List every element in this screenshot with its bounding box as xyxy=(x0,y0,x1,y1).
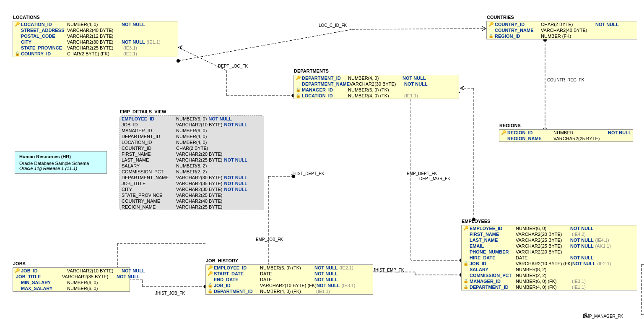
erd-diagram: LOC_C_ID_FK DEPT_LOC_FK COUNTR_REG_FK JH… xyxy=(0,0,644,319)
table-row: MIN_SALARY NUMBER(6, 0) xyxy=(13,280,130,285)
fk-label-dept-loc: DEPT_LOC_FK xyxy=(218,64,248,68)
table-row: 🔒 JOB_ID VARCHAR2(10 BYTE) (FK) NOT NULL… xyxy=(206,282,373,288)
lock-icon: 🔒 xyxy=(463,261,468,266)
table-row: 🔒 MANAGER_ID NUMBER(6, 0) (FK) xyxy=(294,87,459,93)
table-row: 🔑 DEPARTMENT_ID NUMBER(4, 0) NOT NULL xyxy=(294,75,459,81)
svg-line-0 xyxy=(178,29,352,61)
table-jobs-title: JOBS xyxy=(13,261,26,266)
fk-label-emp-manager: EMP_MANAGER_FK xyxy=(583,314,623,319)
svg-marker-3 xyxy=(482,26,486,31)
view-row: CITY VARCHAR2(30 BYTE) NOT NULL xyxy=(120,186,264,192)
table-row: 🔒 JOB_ID VARCHAR2(10 BYTE) (FK) NOT NULL… xyxy=(462,261,637,267)
table-row: 🔑 JOB_ID VARCHAR2(10 BYTE) NOT NULL xyxy=(13,268,130,274)
view-row: STATE_PROVINCE VARCHAR2(25 BYTE) xyxy=(120,192,264,198)
view-row: COUNTRY_ID CHAR(2 BYTE) xyxy=(120,145,264,151)
lock-icon: 🔒 xyxy=(208,283,213,288)
info-box: Human Resources (HR) Oracle Database Sam… xyxy=(15,151,107,174)
fk-label-dept-mgr: DEPT_MGR_FK xyxy=(419,176,450,181)
table-row: LAST_NAME VARCHAR2(25 BYTE) NOT NULL (IE… xyxy=(462,237,637,243)
table-row: 🔑 COUNTRY_ID CHAR(2 BYTE) NOT NULL xyxy=(487,21,637,27)
lock-icon: 🔒 xyxy=(296,93,301,98)
key-icon: 🔑 xyxy=(208,265,213,270)
table-countries: COUNTRIES 🔑 COUNTRY_ID CHAR(2 BYTE) NOT … xyxy=(486,21,637,39)
lock-icon: 🔒 xyxy=(208,289,213,294)
table-locations-title: LOCATIONS xyxy=(13,15,40,20)
table-row: JOB_TITLE VARCHAR2(35 BYTE) NOT NULL xyxy=(13,274,130,280)
table-row: 🔒 LOCATION_ID NUMBER(4, 0) (FK) (IE1.1) xyxy=(294,93,459,99)
table-employees-title: EMPLOYEES xyxy=(462,219,490,224)
table-locations: LOCATIONS 🔑 LOCATION_ID NUMBER(4, 0) NOT… xyxy=(13,21,178,57)
table-regions-title: REGIONS xyxy=(499,123,521,128)
key-icon: 🔑 xyxy=(15,22,20,27)
table-row: 🔑 START_DATE DATE NOT NULL xyxy=(206,271,373,277)
lock-icon: 🔒 xyxy=(15,51,20,56)
lock-icon: 🔒 xyxy=(463,279,468,284)
table-row: 🔑 REGION_ID NUMBER NOT NULL xyxy=(499,130,633,136)
key-icon: 🔑 xyxy=(296,76,301,81)
view-emp-details: EMP_DETAILS_VIEW EMPLOYEE_ID NUMBER(6, 0… xyxy=(119,115,264,210)
view-row: EMPLOYEE_ID NUMBER(6, 0) NOT NULL xyxy=(120,116,264,122)
view-row: COUNTRY_NAME VARCHAR2(40 BYTE) xyxy=(120,198,264,204)
key-icon: 🔑 xyxy=(463,226,468,231)
table-jobs: JOBS 🔑 JOB_ID VARCHAR2(10 BYTE) NOT NULL… xyxy=(13,267,130,292)
table-row: 🔒 MANAGER_ID NUMBER(6, 0) (FK) (IE3.1) xyxy=(462,278,637,284)
table-regions: REGIONS 🔑 REGION_ID NUMBER NOT NULL REGI… xyxy=(499,129,633,142)
table-row: STATE_PROVINCE VARCHAR2(25 BYTE) (IE3.1) xyxy=(13,45,178,51)
view-emp-details-title: EMP_DETAILS_VIEW xyxy=(120,109,166,114)
table-row: END_DATE DATE NOT NULL xyxy=(206,277,373,282)
view-row: JOB_ID VARCHAR2(10 BYTE) NOT NULL xyxy=(120,122,264,128)
table-row: COUNTRY_NAME VARCHAR2(40 BYTE) xyxy=(487,27,637,33)
view-row: MANAGER_ID NUMBER(6, 0) xyxy=(120,128,264,133)
view-row: SALARY NUMBER(8, 2) xyxy=(120,163,264,169)
table-row: 🔑 EMPLOYEE_ID NUMBER(6, 0) NOT NULL xyxy=(462,225,637,231)
table-row: STREET_ADDRESS VARCHAR2(40 BYTE) xyxy=(13,27,178,33)
lock-icon: 🔒 xyxy=(463,285,468,290)
key-icon: 🔑 xyxy=(501,130,506,135)
lock-icon: 🔒 xyxy=(488,34,493,39)
info-line2: Oracle 11g Release 1 (11.1) xyxy=(19,166,102,171)
view-row: COMMISSION_PCT NUMBER(2, 2) xyxy=(120,169,264,175)
table-departments-title: DEPARTMENTS xyxy=(294,68,329,73)
view-row: DEPARTMENT_ID NUMBER(4, 0) xyxy=(120,133,264,139)
lock-icon: 🔒 xyxy=(296,87,301,92)
svg-line-1 xyxy=(352,29,486,29)
table-row: 🔒 COUNTRY_ID CHAR(2 BYTE) (FK) (IE2.1) xyxy=(13,51,178,57)
table-row: 🔑 EMPLOYEE_ID NUMBER(6, 0) (FK) NOT NULL… xyxy=(206,265,373,271)
table-row: 🔒 DEPARTMENT_ID NUMBER(4, 0) (FK) (IE1.1… xyxy=(206,288,373,294)
fk-label-emp-job: EMP_JOB_FK xyxy=(256,237,283,242)
view-row: JOB_TITLE VARCHAR2(35 BYTE) NOT NULL xyxy=(120,180,264,186)
fk-label-emp-dept: EMP_DEPT_FK xyxy=(407,171,437,176)
table-row: EMAIL VARCHAR2(25 BYTE) NOT NULL (AK1.1) xyxy=(462,243,637,249)
view-row: REGION_NAME VARCHAR2(25 BYTE) xyxy=(120,204,264,210)
table-row: DEPARTMENT_NAME VARCHAR2(30 BYTE) NOT NU… xyxy=(294,81,459,87)
table-row: HIRE_DATE DATE NOT NULL xyxy=(462,255,637,261)
table-row: CITY VARCHAR2(30 BYTE) NOT NULL (IE1.1) xyxy=(13,39,178,45)
fk-label-jhist-job: JHIST_JOB_FK xyxy=(155,291,185,295)
table-employees: EMPLOYEES 🔑 EMPLOYEE_ID NUMBER(6, 0) NOT… xyxy=(461,225,637,290)
key-icon: 🔑 xyxy=(15,268,20,273)
table-row: SALARY NUMBER(8, 2) xyxy=(462,267,637,272)
svg-marker-8 xyxy=(178,45,182,50)
table-row: 🔒 DEPARTMENT_ID NUMBER(4, 0) (FK) (IE1.1… xyxy=(462,284,637,290)
info-line1: Oracle Database Sample Schema xyxy=(19,161,102,166)
view-row: FIRST_NAME VARCHAR2(20 BYTE) xyxy=(120,151,264,157)
table-row: PHONE_NUMBER VARCHAR2(20 BYTE) xyxy=(462,249,637,255)
table-job-history-title: JOB_HISTORY xyxy=(206,258,238,263)
table-countries-title: COUNTRIES xyxy=(487,15,514,20)
table-row: MAX_SALARY NUMBER(6, 0) xyxy=(13,285,130,291)
view-row: DEPARTMENT_NAME VARCHAR2(30 BYTE) NOT NU… xyxy=(120,175,264,180)
key-icon: 🔑 xyxy=(488,22,493,27)
fk-label-jhist-dept: JHIST_DEPT_FK xyxy=(291,171,324,176)
fk-label-jhist-emp: JHIST_EMP_FK xyxy=(373,268,404,272)
key-icon: 🔑 xyxy=(208,271,213,276)
table-row: COMMISSION_PCT NUMBER(2, 2) xyxy=(462,272,637,278)
info-title: Human Resources (HR) xyxy=(19,154,102,159)
fk-label-countr-reg: COUNTR_REG_FK xyxy=(547,78,584,82)
table-job-history: JOB_HISTORY 🔑 EMPLOYEE_ID NUMBER(6, 0) (… xyxy=(205,264,373,295)
table-row: FIRST_NAME VARCHAR2(20 BYTE) (IE4.2) xyxy=(462,231,637,237)
svg-marker-24 xyxy=(460,86,464,90)
table-row: REGION_NAME VARCHAR2(25 BYTE) xyxy=(499,136,633,141)
view-row: LAST_NAME VARCHAR2(25 BYTE) NOT NULL xyxy=(120,157,264,163)
view-row: LOCATION_ID NUMBER(4, 0) xyxy=(120,139,264,145)
table-departments: DEPARTMENTS 🔑 DEPARTMENT_ID NUMBER(4, 0)… xyxy=(293,75,459,99)
